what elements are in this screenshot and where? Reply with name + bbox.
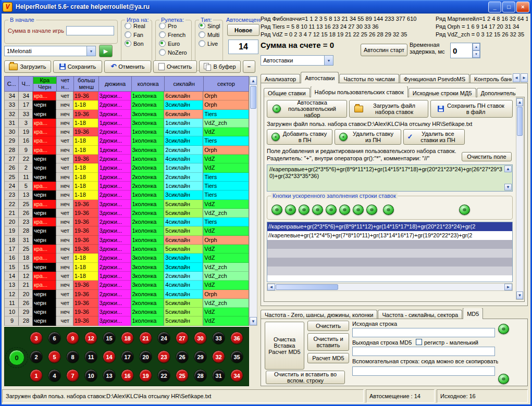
board-number-31[interactable]: 31 <box>212 369 225 382</box>
history-row[interactable]: 1831черннеч19-363дюжи...1колонка6сиклайн… <box>5 236 249 245</box>
board-number-29[interactable]: 29 <box>194 350 207 363</box>
bets-list[interactable]: //кареправые+gr(2*3*5*6)+gr(8*9*11*12)+g… <box>267 222 513 282</box>
scroll-up-icon[interactable]: ▲ <box>504 166 512 172</box>
close-button[interactable]: × <box>516 2 529 12</box>
spin-up-icon[interactable]: ▲ <box>473 43 480 50</box>
new-spin-button[interactable]: Новое <box>227 24 259 36</box>
subtab-md5-source[interactable]: Исходные строки МД5 <box>409 88 476 97</box>
md5-clear-button[interactable]: Очистить <box>307 321 349 331</box>
radio-bon[interactable]: Bon <box>125 40 152 47</box>
bets-list-item[interactable]: //кареправые+gr(2*3*5*6)+gr(8*9*11*12)+g… <box>267 222 512 231</box>
radio-french[interactable]: French <box>159 31 191 38</box>
autobet-user-set-button[interactable]: Автоставка пользовательский набор <box>267 100 347 118</box>
subtab-user-bet-sets[interactable]: Наборы пользовательских ставок <box>311 86 408 97</box>
history-row[interactable]: 3233черннеч19-363дюжи...3колонка6сиклайн… <box>5 110 249 119</box>
history-row[interactable]: 245кра...неч1-181дюжи...2колонка1сиклайн… <box>5 182 249 191</box>
radio-real[interactable]: Real <box>125 22 152 29</box>
bets-list-hscrollbar[interactable]: ◄ ► <box>267 283 513 291</box>
autospin-start-button[interactable]: Автоспин старт <box>361 44 407 56</box>
history-row[interactable]: 1126чернчет19-363дюжи...2колонка5сиклайн… <box>5 299 249 308</box>
radio-live[interactable]: Live <box>199 40 222 47</box>
md5-calc-button[interactable]: Расчет MD5 <box>307 353 349 363</box>
history-row[interactable]: 3434кра...чет19-363дюжи...1колонка6сикла… <box>5 92 249 100</box>
minimize-button[interactable]: _ <box>488 2 501 12</box>
md5-out-input[interactable] <box>352 347 495 356</box>
quick-fill-button-4[interactable] <box>312 205 323 215</box>
history-row[interactable]: 262чернчет1-181дюжи...2колонка1сиклайнVd… <box>5 163 249 172</box>
radio-circle-icon[interactable] <box>159 31 166 38</box>
quick-fill-button-2[interactable] <box>285 205 296 215</box>
board-number-11[interactable]: 11 <box>84 350 97 363</box>
quick-fill-button-7[interactable] <box>353 205 364 215</box>
md5-source-action-button[interactable] <box>498 324 509 334</box>
history-row[interactable]: 1725кра...неч19-363дюжи...1колонка5сикла… <box>5 245 249 253</box>
history-row[interactable]: 3317черннеч1-182дюжи...2колонка3сиклайнO… <box>5 100 249 109</box>
quick-fill-button-5[interactable] <box>326 205 337 215</box>
board-number-3[interactable]: 3 <box>30 332 43 345</box>
history-row[interactable]: 1412кра...чет1-181дюжи...3колонка2сиклай… <box>5 272 249 281</box>
history-row[interactable]: 2225кра...неч19-363дюжи...1колонка5сикла… <box>5 200 249 209</box>
load-button[interactable]: Загрузить <box>4 60 51 73</box>
history-row[interactable]: 1928чернчет19-363дюжи...1колонка5сиклайн… <box>5 226 249 235</box>
history-row[interactable]: 289кра...неч1-181дюжи...3колонка2сиклайн… <box>5 146 249 155</box>
save-bet-file-button[interactable]: Сохранить ПН ставок в файл <box>430 100 513 118</box>
board-number-6[interactable]: 6 <box>48 332 61 345</box>
board-number-14[interactable]: 14 <box>103 350 116 363</box>
subtab-common-bets[interactable]: Общие ставки <box>264 88 310 97</box>
board-number-9[interactable]: 9 <box>66 332 79 345</box>
quick-fill-button-1[interactable] <box>271 205 282 215</box>
quick-fill-button-9[interactable] <box>383 205 394 215</box>
board-number-5[interactable]: 5 <box>48 350 61 363</box>
history-row[interactable]: 1321кра...неч19-362дюжи...3колонка4сикла… <box>5 281 249 289</box>
board-number-16[interactable]: 16 <box>121 369 134 382</box>
radio-circle-icon[interactable] <box>125 22 131 29</box>
tab-scroll-left-icon[interactable]: ◄ <box>513 73 520 82</box>
board-number-34[interactable]: 34 <box>230 369 243 382</box>
radio-pro[interactable]: Pro <box>159 22 191 29</box>
subtab-additional[interactable]: Дополнительные <box>477 88 516 97</box>
minus-button[interactable]: − <box>243 60 255 73</box>
save-button[interactable]: Сохранить <box>53 60 102 73</box>
quick-fill-button-3[interactable] <box>299 205 310 215</box>
board-number-35[interactable]: 35 <box>230 350 243 363</box>
radio-euro[interactable]: Euro <box>159 40 191 47</box>
tab-autobets[interactable]: Автоставки <box>301 72 339 83</box>
tab-psevdoms[interactable]: Функционал PsevdoMS <box>400 74 469 83</box>
history-row[interactable]: 1515черннеч1-182дюжи...3колонка3сиклайнV… <box>5 263 249 272</box>
board-number-2[interactable]: 2 <box>30 350 43 363</box>
quick-fill-button-6[interactable] <box>339 205 350 215</box>
md5-aux-action-button[interactable] <box>498 374 509 384</box>
board-number-12[interactable]: 12 <box>84 332 97 345</box>
md5-aux-input[interactable] <box>352 366 495 376</box>
tab-md5[interactable]: MD5 <box>463 308 483 319</box>
tab-bankroll-control[interactable]: Контроль банкролла <box>470 74 512 83</box>
scroll-down-icon[interactable]: ▼ <box>250 317 257 325</box>
history-row[interactable]: 1618кра...чет1-182дюжи...3колонка3сиклай… <box>5 253 249 262</box>
md5-clear-paste-button[interactable]: Очистить и вставить <box>307 333 349 351</box>
history-row[interactable]: 1220чернчет19-362дюжи...2колонка4сиклайн… <box>5 290 249 299</box>
radio-circle-icon[interactable] <box>159 22 166 29</box>
scroll-down-icon[interactable]: ▼ <box>504 184 512 191</box>
board-number-7[interactable]: 7 <box>66 369 79 382</box>
board-number-21[interactable]: 21 <box>139 332 152 345</box>
board-number-33[interactable]: 33 <box>212 332 225 345</box>
run-strategy-button[interactable]: ▶ <box>99 45 113 57</box>
scrollbar-thumb[interactable] <box>276 284 338 290</box>
board-number-36[interactable]: 36 <box>230 332 243 345</box>
spin-down-icon[interactable]: ▼ <box>473 50 480 58</box>
board-number-10[interactable]: 10 <box>84 369 97 382</box>
board-number-15[interactable]: 15 <box>103 332 116 345</box>
delay-spinner[interactable]: 0 ▲▼ <box>450 43 480 58</box>
tab-scroll-right-icon[interactable]: ► <box>521 73 528 82</box>
radio-circle-icon[interactable] <box>199 40 205 47</box>
md5-combined-button[interactable]: Очистка Вставка Расчет MD5 <box>265 322 304 370</box>
board-number-27[interactable]: 27 <box>176 332 189 345</box>
board-number-13[interactable]: 13 <box>103 369 116 382</box>
start-sum-input[interactable] <box>66 26 114 35</box>
register-checkbox[interactable] <box>416 339 422 345</box>
radio-circle-icon[interactable] <box>159 49 166 56</box>
tab-number-frequencies[interactable]: Частоты по числам <box>339 74 399 83</box>
title-bar[interactable]: V HelperRoullet 5.6- create helperroulle… <box>0 0 532 14</box>
radio-circle-icon[interactable] <box>199 22 205 29</box>
board-number-8[interactable]: 8 <box>66 350 79 363</box>
